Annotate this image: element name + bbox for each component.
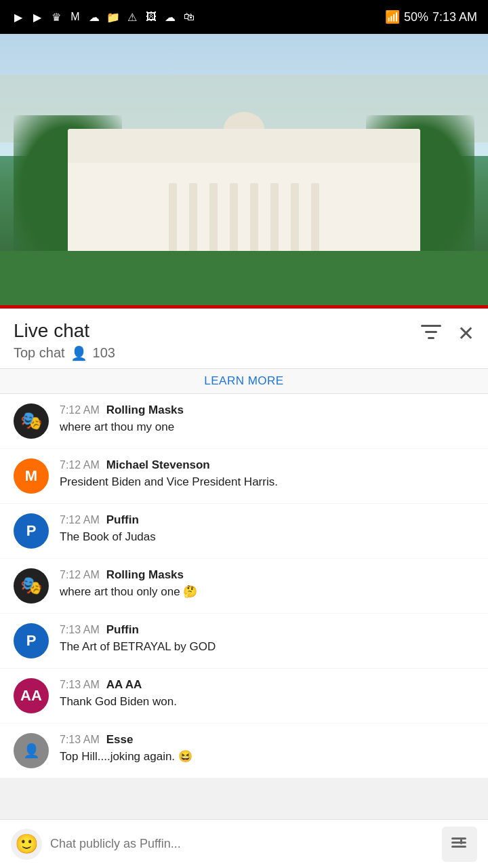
- chat-header-right: ✕: [421, 319, 474, 344]
- chat-message-row: AA 7:13 AM AA AA Thank God Biden won.: [0, 669, 488, 724]
- video-player[interactable]: [0, 34, 488, 305]
- avatar: M: [14, 458, 49, 494]
- message-time: 7:13 AM: [60, 734, 100, 746]
- message-meta: 7:12 AM Rolling Masks: [60, 403, 474, 417]
- message-author: Puffin: [106, 623, 139, 637]
- learn-more-banner[interactable]: LEARN MORE: [0, 369, 488, 394]
- status-bar-system: 📶 50% 7:13 AM: [385, 9, 477, 24]
- chat-message-row: P 7:12 AM Puffin The Book of Judas: [0, 504, 488, 559]
- chat-messages-list: 🎭 7:12 AM Rolling Masks where art thou m…: [0, 394, 488, 778]
- avatar: P: [14, 513, 49, 549]
- message-content: 7:12 AM Michael Stevenson President Bide…: [60, 458, 474, 491]
- message-time: 7:12 AM: [60, 404, 100, 416]
- viewer-count: 103: [93, 345, 115, 361]
- youtube2-icon: ▶: [30, 11, 45, 23]
- svg-rect-6: [460, 839, 462, 844]
- chat-message-row: 👤 7:13 AM Esse Top Hill....joking again.…: [0, 724, 488, 778]
- svg-rect-3: [451, 842, 466, 844]
- message-text: The Book of Judas: [60, 529, 474, 546]
- avatar: AA: [14, 678, 49, 713]
- message-text: President Biden and Vice President Harri…: [60, 474, 474, 491]
- message-content: 7:13 AM Esse Top Hill....joking again. 😆: [60, 733, 474, 766]
- message-text: where art thou only one 🤔: [60, 584, 474, 601]
- message-content: 7:13 AM AA AA Thank God Biden won.: [60, 678, 474, 711]
- battery-text: 50%: [404, 10, 428, 24]
- message-content: 7:13 AM Puffin The Art of BETRAYAL by GO…: [60, 623, 474, 656]
- message-author: Puffin: [106, 513, 139, 527]
- avatar: P: [14, 623, 49, 658]
- mastodon-icon: M: [68, 11, 83, 23]
- message-content: 7:12 AM Rolling Masks where art thou onl…: [60, 568, 474, 601]
- warning-icon: ⚠: [125, 11, 140, 23]
- top-chat-label[interactable]: Top chat: [14, 345, 65, 361]
- chat-message-row: M 7:12 AM Michael Stevenson President Bi…: [0, 449, 488, 504]
- avatar: 🎭: [14, 568, 49, 604]
- message-time: 7:13 AM: [60, 624, 100, 636]
- svg-rect-2: [428, 337, 434, 339]
- message-time: 7:13 AM: [60, 679, 100, 691]
- youtube-icon: ▶: [11, 11, 26, 23]
- message-meta: 7:12 AM Puffin: [60, 513, 474, 527]
- message-text: Top Hill....joking again. 😆: [60, 749, 474, 766]
- message-author: Rolling Masks: [106, 403, 184, 417]
- white-house-building: [68, 129, 420, 264]
- message-text: The Art of BETRAYAL by GOD: [60, 639, 474, 656]
- message-meta: 7:13 AM Esse: [60, 733, 474, 747]
- avatar: 👤: [14, 733, 49, 768]
- status-bar: ▶ ▶ ♛ M ☁ 📁 ⚠ 🖼 ☁ 🛍 📶 50% 7:13 AM: [0, 0, 488, 34]
- learn-more-text[interactable]: LEARN MORE: [204, 374, 283, 387]
- chat-text-input[interactable]: [50, 829, 434, 860]
- bag-icon: 🛍: [182, 11, 197, 23]
- avatar: 🎭: [14, 403, 49, 439]
- message-meta: 7:13 AM Puffin: [60, 623, 474, 637]
- emoji-button[interactable]: 🙂: [11, 829, 42, 860]
- cloud2-icon: ☁: [163, 11, 178, 23]
- svg-rect-0: [421, 325, 441, 327]
- chat-message-row: 🎭 7:12 AM Rolling Masks where art thou o…: [0, 559, 488, 614]
- wifi-icon: 📶: [385, 9, 400, 24]
- message-text: Thank God Biden won.: [60, 694, 474, 711]
- message-author: Esse: [106, 733, 134, 747]
- message-time: 7:12 AM: [60, 514, 100, 526]
- crown-icon: ♛: [49, 11, 64, 23]
- ground: [0, 251, 488, 305]
- message-content: 7:12 AM Rolling Masks where art thou my …: [60, 403, 474, 436]
- message-content: 7:12 AM Puffin The Book of Judas: [60, 513, 474, 546]
- message-meta: 7:12 AM Michael Stevenson: [60, 458, 474, 472]
- message-text: where art thou my one: [60, 419, 474, 436]
- filter-icon[interactable]: [421, 323, 441, 344]
- message-time: 7:12 AM: [60, 459, 100, 471]
- chat-header-left: Live chat Top chat 👤 103: [14, 319, 115, 361]
- status-bar-notifications: ▶ ▶ ♛ M ☁ 📁 ⚠ 🖼 ☁ 🛍: [11, 11, 197, 23]
- chat-subtitle: Top chat 👤 103: [14, 345, 115, 361]
- send-button[interactable]: [442, 827, 477, 862]
- chat-message-row: P 7:13 AM Puffin The Art of BETRAYAL by …: [0, 614, 488, 669]
- time-display: 7:13 AM: [432, 10, 477, 24]
- cloud-icon: ☁: [87, 11, 102, 23]
- image-icon: 🖼: [144, 11, 159, 23]
- chat-message-row: 🎭 7:12 AM Rolling Masks where art thou m…: [0, 394, 488, 449]
- svg-rect-4: [451, 846, 466, 848]
- message-author: AA AA: [106, 678, 142, 692]
- live-chat-title: Live chat: [14, 319, 115, 342]
- svg-rect-5: [451, 837, 466, 840]
- chat-input-bar: 🙂: [0, 819, 488, 868]
- message-meta: 7:13 AM AA AA: [60, 678, 474, 692]
- message-meta: 7:12 AM Rolling Masks: [60, 568, 474, 582]
- message-author: Rolling Masks: [106, 568, 184, 582]
- svg-rect-1: [425, 331, 437, 333]
- people-icon: 👤: [70, 345, 87, 361]
- close-icon[interactable]: ✕: [458, 323, 474, 344]
- message-author: Michael Stevenson: [106, 458, 210, 472]
- chat-header: Live chat Top chat 👤 103 ✕: [0, 309, 488, 369]
- files-icon: 📁: [106, 11, 121, 23]
- message-time: 7:12 AM: [60, 569, 100, 581]
